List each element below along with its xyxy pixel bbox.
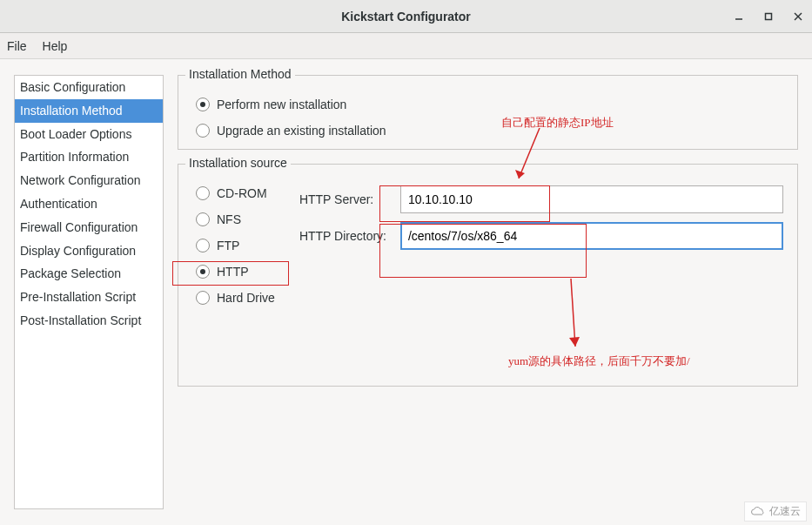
http-server-label: HTTP Server: [299, 192, 390, 206]
radio-row-nfs[interactable]: NFS [189, 206, 275, 232]
radio-upgrade[interactable] [196, 124, 210, 138]
sidebar-item-basic[interactable]: Basic Configuration [15, 76, 163, 99]
sidebar: Basic Configuration Installation Method … [14, 75, 164, 509]
radio-label-http: HTTP [217, 265, 249, 279]
window-titlebar: Kickstart Configurator [0, 0, 812, 33]
radio-row-cdrom[interactable]: CD-ROM [189, 180, 275, 206]
http-server-input[interactable] [400, 185, 783, 213]
radio-label-nfs: NFS [217, 212, 241, 226]
sidebar-item-pre-script[interactable]: Pre-Installation Script [15, 286, 163, 309]
menu-help[interactable]: Help [43, 39, 68, 53]
http-server-row: HTTP Server: [299, 185, 783, 213]
radio-label-ftp: FTP [217, 239, 239, 252]
sidebar-item-bootloader[interactable]: Boot Loader Options [15, 123, 163, 146]
http-dir-label: HTTP Directory: [299, 229, 390, 243]
source-field-column: HTTP Server: HTTP Directory: [299, 180, 783, 311]
radio-label-cdrom: CD-ROM [217, 186, 267, 200]
window-title: Kickstart Configurator [341, 10, 471, 24]
sidebar-item-install-method[interactable]: Installation Method [15, 99, 163, 123]
watermark-text: 亿速云 [769, 504, 801, 519]
menu-file[interactable]: File [7, 39, 27, 53]
radio-label-hd: Hard Drive [217, 291, 275, 305]
install-source-group: Installation source CD-ROM NFS FTP [178, 164, 798, 387]
maximize-button[interactable] [760, 8, 777, 25]
install-source-title: Installation source [185, 156, 291, 170]
sidebar-item-packages[interactable]: Package Selection [15, 262, 163, 286]
install-method-title: Installation Method [185, 67, 295, 81]
radio-row-upgrade[interactable]: Upgrade an existing installation [189, 118, 787, 144]
menu-bar: File Help [0, 33, 812, 59]
radio-row-http[interactable]: HTTP [189, 259, 275, 285]
content-area: Installation Method Perform new installa… [178, 75, 798, 509]
sidebar-item-partition[interactable]: Partition Information [15, 145, 163, 169]
sidebar-item-firewall[interactable]: Firewall Configuration [15, 216, 163, 239]
radio-row-new-install[interactable]: Perform new installation [189, 91, 787, 118]
radio-new-install[interactable] [196, 98, 210, 111]
close-button[interactable] [789, 8, 807, 25]
install-method-group: Installation Method Perform new installa… [178, 75, 798, 150]
sidebar-item-display[interactable]: Display Configuration [15, 239, 163, 263]
radio-http[interactable] [196, 265, 210, 279]
radio-row-hd[interactable]: Hard Drive [189, 285, 275, 311]
sidebar-item-auth[interactable]: Authentication [15, 192, 163, 216]
radio-hd[interactable] [196, 291, 210, 305]
radio-row-ftp[interactable]: FTP [189, 232, 275, 259]
cloud-icon [750, 507, 766, 517]
http-dir-input[interactable] [400, 222, 783, 250]
radio-label-upgrade: Upgrade an existing installation [217, 124, 386, 138]
radio-label-new-install: Perform new installation [217, 98, 346, 111]
radio-ftp[interactable] [196, 239, 210, 252]
source-radio-column: CD-ROM NFS FTP HTTP [189, 180, 275, 311]
sidebar-item-network[interactable]: Network Configuration [15, 169, 163, 192]
http-dir-row: HTTP Directory: [299, 222, 783, 250]
sidebar-item-post-script[interactable]: Post-Installation Script [15, 309, 163, 333]
minimize-button[interactable] [730, 8, 748, 25]
watermark: 亿速云 [744, 501, 807, 522]
radio-nfs[interactable] [196, 212, 210, 226]
window-controls [730, 8, 807, 25]
radio-cdrom[interactable] [196, 186, 210, 200]
svg-rect-1 [766, 13, 772, 19]
main-area: Basic Configuration Installation Method … [0, 59, 812, 525]
